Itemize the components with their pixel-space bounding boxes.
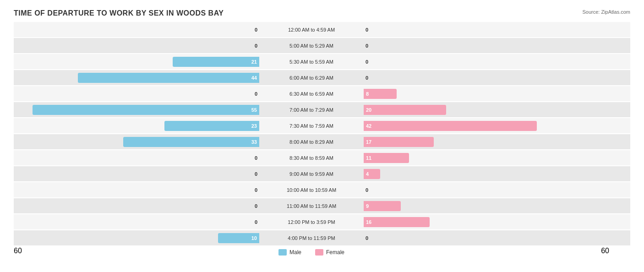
axis-right-value: 60 [601, 247, 609, 255]
male-section: 10 [14, 233, 261, 243]
chart-row: 011:00 AM to 11:59 AM9 [14, 198, 630, 213]
legend-items: Male Female [278, 249, 344, 256]
chart-row: 08:30 AM to 8:59 AM11 [14, 150, 630, 165]
male-section: 44 [14, 73, 261, 83]
female-section: 4 [362, 169, 609, 179]
time-label: 10:00 AM to 10:59 AM [261, 187, 362, 193]
axis-left-value: 60 [14, 247, 22, 255]
female-value: 0 [366, 59, 368, 65]
male-section: 0 [14, 187, 261, 193]
male-section: 55 [14, 105, 261, 115]
male-value: 0 [255, 43, 257, 49]
axis-right: 60 [362, 247, 609, 255]
female-bar: 20 [364, 105, 446, 115]
male-value: 0 [255, 27, 257, 33]
female-section: 16 [362, 217, 609, 227]
chart-row: 215:30 AM to 5:59 AM0 [14, 54, 630, 69]
female-value: 0 [366, 235, 368, 241]
female-bar: 11 [364, 153, 409, 163]
female-bar: 8 [364, 89, 397, 99]
male-section: 0 [14, 27, 261, 33]
legend-female-box [315, 249, 323, 256]
male-bar: 44 [78, 73, 259, 83]
male-bar: 21 [173, 57, 259, 67]
male-value: 0 [255, 203, 257, 209]
female-value: 42 [364, 123, 374, 129]
female-bar: 16 [364, 217, 430, 227]
time-label: 5:00 AM to 5:29 AM [261, 43, 362, 49]
male-section: 23 [14, 121, 261, 131]
male-value: 0 [255, 155, 257, 161]
female-section: 11 [362, 153, 609, 163]
female-value: 0 [366, 187, 368, 193]
female-section: 9 [362, 201, 609, 211]
chart-area: 012:00 AM to 4:59 AM005:00 AM to 5:29 AM… [14, 22, 630, 245]
female-section: 0 [362, 187, 609, 193]
female-value: 16 [364, 219, 374, 225]
time-label: 7:30 AM to 7:59 AM [261, 123, 362, 129]
time-label: 9:00 AM to 9:59 AM [261, 171, 362, 177]
female-section: 20 [362, 105, 609, 115]
male-section: 21 [14, 57, 261, 67]
legend: Male Female [261, 246, 362, 256]
time-label: 12:00 PM to 3:59 PM [261, 219, 362, 225]
chart-row: 237:30 AM to 7:59 AM42 [14, 118, 630, 133]
female-section: 0 [362, 59, 609, 65]
female-bar: 9 [364, 201, 401, 211]
female-value: 0 [366, 75, 368, 81]
chart-row: 338:00 AM to 8:29 AM17 [14, 134, 630, 149]
male-bar: 23 [164, 121, 259, 131]
male-section: 0 [14, 203, 261, 209]
male-value: 0 [255, 91, 257, 97]
chart-row: 012:00 AM to 4:59 AM0 [14, 22, 630, 37]
female-section: 42 [362, 121, 609, 131]
time-label: 8:30 AM to 8:59 AM [261, 155, 362, 161]
female-value: 20 [364, 107, 374, 113]
male-section: 0 [14, 43, 261, 49]
chart-container: TIME OF DEPARTURE TO WORK BY SEX IN WOOD… [0, 0, 644, 272]
female-bar: 4 [364, 169, 380, 179]
chart-row: 06:30 AM to 6:59 AM8 [14, 86, 630, 101]
female-section: 17 [362, 137, 609, 147]
time-label: 11:00 AM to 11:59 AM [261, 203, 362, 209]
female-value: 0 [366, 43, 368, 49]
chart-row: 104:00 PM to 11:59 PM0 [14, 230, 630, 245]
female-value: 4 [364, 171, 371, 177]
male-value: 33 [249, 139, 259, 145]
female-section: 8 [362, 89, 609, 99]
male-value: 0 [255, 219, 257, 225]
male-bar: 33 [123, 137, 259, 147]
female-value: 17 [364, 139, 374, 145]
legend-female-label: Female [326, 249, 344, 256]
axis-left: 60 [14, 247, 261, 255]
chart-row: 012:00 PM to 3:59 PM16 [14, 214, 630, 229]
female-section: 0 [362, 235, 609, 241]
time-label: 8:00 AM to 8:29 AM [261, 139, 362, 145]
female-bar: 42 [364, 121, 537, 131]
time-label: 12:00 AM to 4:59 AM [261, 27, 362, 33]
male-value: 10 [249, 235, 259, 241]
source-text: Source: ZipAtlas.com [582, 9, 630, 15]
legend-male-box [278, 249, 287, 256]
female-value: 9 [364, 203, 371, 209]
male-value: 23 [249, 123, 259, 129]
bottom-row: 60 Male Female 60 [14, 246, 630, 256]
female-value: 11 [364, 155, 374, 161]
chart-row: 446:00 AM to 6:29 AM0 [14, 70, 630, 85]
time-label: 6:00 AM to 6:29 AM [261, 75, 362, 81]
chart-row: 05:00 AM to 5:29 AM0 [14, 38, 630, 53]
female-section: 0 [362, 27, 609, 33]
male-value: 0 [255, 187, 257, 193]
legend-male-label: Male [289, 249, 301, 256]
time-label: 4:00 PM to 11:59 PM [261, 235, 362, 241]
legend-male: Male [278, 249, 301, 256]
female-bar: 17 [364, 137, 434, 147]
chart-row: 010:00 AM to 10:59 AM0 [14, 182, 630, 197]
female-value: 8 [364, 91, 371, 97]
chart-row: 557:00 AM to 7:29 AM20 [14, 102, 630, 117]
title-row: TIME OF DEPARTURE TO WORK BY SEX IN WOOD… [14, 9, 630, 17]
female-value: 0 [366, 27, 368, 33]
time-label: 5:30 AM to 5:59 AM [261, 59, 362, 65]
male-bar: 10 [218, 233, 259, 243]
male-section: 0 [14, 171, 261, 177]
